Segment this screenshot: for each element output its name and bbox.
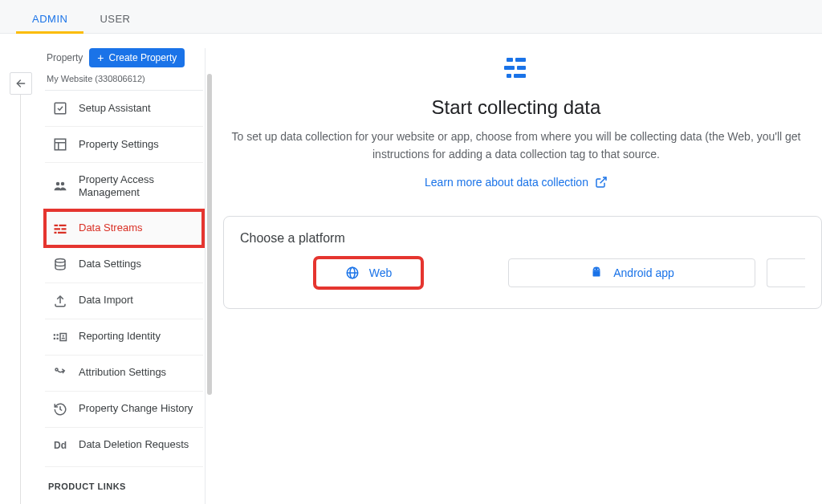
svg-rect-33 xyxy=(593,271,600,277)
sidebar-item-data-streams[interactable]: Data Streams xyxy=(45,210,203,246)
choose-platform-title: Choose a platform xyxy=(240,231,805,246)
top-tabs: ADMIN USER xyxy=(0,0,822,34)
platform-ios-button-partial[interactable] xyxy=(767,258,805,287)
tab-user[interactable]: USER xyxy=(83,3,146,33)
product-links-header: PRODUCT LINKS xyxy=(45,466,203,498)
android-icon xyxy=(589,266,604,280)
learn-more-label: Learn more about data collection xyxy=(425,176,588,189)
platform-web-button[interactable]: Web xyxy=(315,258,422,287)
create-property-label: Create Property xyxy=(109,52,177,63)
data-streams-icon xyxy=(53,222,67,236)
svg-rect-2 xyxy=(55,139,66,150)
arrow-left-icon xyxy=(14,77,27,90)
sidebar-item-label: Data Streams xyxy=(79,222,142,234)
svg-rect-1 xyxy=(55,103,66,114)
svg-rect-17 xyxy=(57,334,59,335)
sidebar-item-change-history[interactable]: Property Change History xyxy=(45,391,203,427)
svg-rect-8 xyxy=(59,224,67,226)
sidebar-item-label: Reporting Identity xyxy=(79,330,161,343)
svg-point-5 xyxy=(56,182,60,186)
globe-icon xyxy=(345,266,360,280)
main-content: Start collecting data To set up data col… xyxy=(210,34,822,504)
hero-subtitle: To set up data collection for your websi… xyxy=(211,128,821,163)
property-name: My Website (330806612) xyxy=(45,74,203,83)
svg-rect-27 xyxy=(507,74,511,78)
sidebar-item-label: Setup Assistant xyxy=(79,102,151,115)
svg-rect-10 xyxy=(62,228,67,230)
sidebar-item-data-deletion[interactable]: Dd Data Deletion Requests xyxy=(45,427,203,463)
svg-rect-25 xyxy=(504,66,515,70)
svg-rect-26 xyxy=(517,66,526,70)
svg-rect-15 xyxy=(54,334,55,335)
sidebar: Property + Create Property My Website (3… xyxy=(10,34,210,504)
platform-android-button[interactable]: Android app xyxy=(508,258,755,287)
check-square-icon xyxy=(53,101,67,116)
identity-icon xyxy=(53,330,67,344)
sidebar-item-reporting-identity[interactable]: Reporting Identity xyxy=(45,319,203,355)
database-icon xyxy=(53,258,67,272)
platform-web-label: Web xyxy=(369,266,393,279)
svg-rect-7 xyxy=(55,224,59,226)
svg-rect-12 xyxy=(58,231,67,233)
data-stream-hero-icon xyxy=(504,58,528,82)
sidebar-item-label: Property Access Management xyxy=(79,173,197,200)
sidebar-item-data-settings[interactable]: Data Settings xyxy=(45,246,203,282)
svg-rect-23 xyxy=(507,58,513,62)
history-icon xyxy=(53,402,67,417)
svg-point-13 xyxy=(55,258,65,262)
platform-android-label: Android app xyxy=(613,266,674,279)
tab-admin[interactable]: ADMIN xyxy=(16,3,83,33)
svg-point-20 xyxy=(63,335,64,336)
sidebar-item-label: Property Change History xyxy=(79,402,193,415)
learn-more-link[interactable]: Learn more about data collection xyxy=(425,176,608,189)
hero-title: Start collecting data xyxy=(210,96,822,119)
open-in-new-icon xyxy=(595,176,608,189)
dd-icon: Dd xyxy=(53,438,67,453)
attribution-icon xyxy=(53,366,67,380)
sidebar-item-google-ads-links[interactable]: Google Ads links xyxy=(45,498,203,505)
sidebar-item-data-import[interactable]: Data Import xyxy=(45,282,203,319)
sidebar-item-label: Data Settings xyxy=(79,258,141,270)
sidebar-item-property-access[interactable]: Property Access Management xyxy=(45,162,203,210)
svg-rect-11 xyxy=(55,231,57,233)
people-icon xyxy=(53,179,67,193)
sidebar-item-label: Property Settings xyxy=(79,138,159,151)
choose-platform-card: Choose a platform Web Android app xyxy=(223,216,822,309)
svg-line-29 xyxy=(600,177,606,183)
back-button[interactable] xyxy=(10,72,32,95)
svg-rect-28 xyxy=(514,74,526,78)
property-label: Property xyxy=(47,52,83,63)
svg-rect-18 xyxy=(57,337,59,339)
layout-icon xyxy=(53,137,67,152)
svg-point-37 xyxy=(597,269,598,270)
sidebar-item-setup-assistant[interactable]: Setup Assistant xyxy=(45,91,203,126)
sidebar-item-property-settings[interactable]: Property Settings xyxy=(45,126,203,162)
svg-rect-24 xyxy=(515,58,526,62)
svg-rect-9 xyxy=(55,228,61,230)
svg-point-6 xyxy=(61,182,65,186)
sidebar-item-label: Data Deletion Requests xyxy=(79,438,189,451)
plus-icon: + xyxy=(97,52,104,63)
sidebar-item-label: Data Import xyxy=(79,294,133,307)
svg-point-36 xyxy=(595,269,596,270)
sidebar-item-label: Attribution Settings xyxy=(79,366,166,379)
svg-point-21 xyxy=(55,368,58,371)
svg-rect-19 xyxy=(60,333,67,340)
create-property-button[interactable]: + Create Property xyxy=(89,48,185,67)
upload-icon xyxy=(53,294,67,308)
sidebar-item-attribution-settings[interactable]: Attribution Settings xyxy=(45,355,203,391)
svg-rect-16 xyxy=(54,337,55,339)
